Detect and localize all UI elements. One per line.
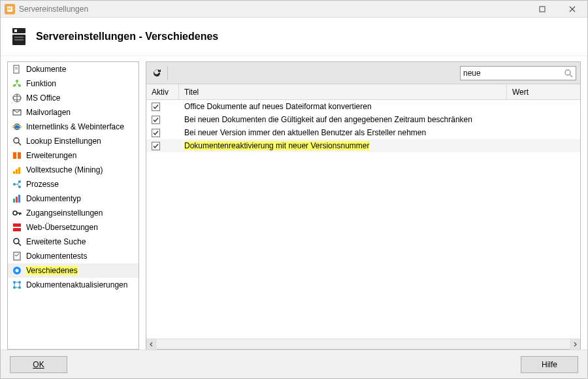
sidebar-item-label: Verschiedenes <box>26 266 78 275</box>
table-row[interactable]: Bei neuer Version immer den aktuellen Be… <box>146 126 580 139</box>
svg-rect-9 <box>14 37 24 38</box>
sidebar-item[interactable]: Verschiedenes <box>8 263 139 278</box>
cell-titel: Bei neuer Version immer den aktuellen Be… <box>179 128 507 137</box>
table-row[interactable]: Bei neuen Dokumenten die Gültigkeit auf … <box>146 113 580 126</box>
window: { "titlebar": { "title": "Servereinstell… <box>0 0 588 379</box>
svg-point-44 <box>16 269 19 272</box>
func-icon <box>12 78 22 89</box>
sidebar-item[interactable]: Web-Übersetzungen <box>8 220 139 235</box>
col-header-titel[interactable]: Titel <box>179 84 507 99</box>
office-icon <box>12 93 22 103</box>
sidebar-item-label: Erweiterte Suche <box>26 237 86 246</box>
checkbox[interactable] <box>152 142 160 150</box>
svg-rect-42 <box>14 252 20 260</box>
sidebar-item[interactable]: Lookup Einstellungen <box>8 134 139 148</box>
svg-point-45 <box>13 281 16 284</box>
content-pane: Aktiv Titel Wert Office Dokumente auf ne… <box>146 61 581 350</box>
svg-point-47 <box>13 286 16 289</box>
maximize-button[interactable] <box>527 1 557 18</box>
help-button[interactable]: Hilfe <box>521 356 578 373</box>
table-row[interactable]: Office Dokumente auf neues Dateiformat k… <box>146 100 580 113</box>
titlebar: Servereinstellungen <box>1 1 587 18</box>
horizontal-scrollbar[interactable] <box>146 338 580 349</box>
sidebar-item[interactable]: Mailvorlagen <box>8 105 139 120</box>
svg-rect-33 <box>13 199 15 203</box>
svg-point-36 <box>13 211 17 215</box>
svg-rect-26 <box>18 152 21 159</box>
col-header-wert[interactable]: Wert <box>507 84 580 99</box>
window-title: Servereinstellungen <box>19 5 88 14</box>
svg-rect-25 <box>13 152 16 159</box>
svg-point-40 <box>14 239 19 244</box>
mining-icon <box>12 165 22 175</box>
esearch-icon <box>12 237 22 247</box>
sidebar-item-label: Volltextsuche (Mining) <box>26 165 103 174</box>
search-box[interactable] <box>460 66 576 80</box>
svg-rect-8 <box>14 29 17 32</box>
cell-aktiv <box>146 129 179 137</box>
sidebar-item[interactable]: Dokumententests <box>8 249 139 263</box>
table-row[interactable]: Dokumentenreaktivierung mit neuer Versio… <box>146 139 580 152</box>
svg-line-41 <box>18 243 21 246</box>
sidebar-item-label: Prozesse <box>26 180 59 189</box>
sidebar-item[interactable]: Zugangseinstellungen <box>8 206 139 220</box>
svg-point-14 <box>16 80 18 82</box>
proc-icon <box>12 179 22 190</box>
search-input[interactable] <box>463 69 564 78</box>
sidebar-item-label: Lookup Einstellungen <box>26 137 101 146</box>
svg-line-24 <box>18 142 21 145</box>
ext-icon <box>12 150 22 161</box>
sidebar-item[interactable]: Internetlinks & Webinterface <box>8 120 139 134</box>
svg-point-48 <box>18 286 21 289</box>
body: DokumenteFunktionMS OfficeMailvorlagenIn… <box>1 56 587 350</box>
svg-rect-29 <box>18 167 20 174</box>
cell-titel: Office Dokumente auf neues Dateiformat k… <box>179 102 507 111</box>
sidebar-item[interactable]: Dokumente <box>8 62 139 76</box>
table-body: Office Dokumente auf neues Dateiformat k… <box>146 100 580 338</box>
help-label: Hilfe <box>542 360 557 369</box>
ok-label: OK <box>33 360 44 369</box>
checkbox[interactable] <box>152 129 160 137</box>
sidebar-item[interactable]: Erweiterte Suche <box>8 235 139 249</box>
page-title: Servereinstellungen - Verschiedenes <box>36 31 218 42</box>
svg-point-23 <box>14 138 19 143</box>
svg-rect-28 <box>16 169 18 174</box>
server-icon <box>11 27 28 46</box>
mail-icon <box>12 107 22 118</box>
sidebar-item-label: Web-Übersetzungen <box>26 223 98 232</box>
svg-point-49 <box>565 70 570 75</box>
ok-button[interactable]: OK <box>10 356 67 373</box>
svg-rect-12 <box>15 67 18 68</box>
reload-button[interactable] <box>150 67 163 80</box>
sidebar-item[interactable]: Funktion <box>8 76 139 91</box>
sidebar-item-label: MS Office <box>26 93 60 103</box>
sidebar-item-label: Internetlinks & Webinterface <box>26 122 124 131</box>
sidebar-item-label: Dokumententests <box>26 252 87 261</box>
close-button[interactable] <box>557 1 587 18</box>
svg-rect-3 <box>540 7 545 12</box>
update-icon <box>12 280 22 290</box>
cell-aktiv <box>146 116 179 124</box>
sidebar-item[interactable]: Volltextsuche (Mining) <box>8 163 139 177</box>
svg-rect-35 <box>18 195 20 203</box>
page-header: Servereinstellungen - Verschiedenes <box>1 18 587 56</box>
checkbox[interactable] <box>152 116 160 124</box>
scroll-right-button[interactable] <box>570 339 580 350</box>
misc-icon <box>12 265 22 276</box>
col-header-aktiv[interactable]: Aktiv <box>146 84 179 99</box>
svg-rect-13 <box>15 69 18 69</box>
svg-rect-39 <box>13 227 21 228</box>
sidebar-item[interactable]: Dokumentenaktualisierungen <box>8 278 139 292</box>
table-header: Aktiv Titel Wert <box>146 84 580 100</box>
sidebar-item[interactable]: Dokumententyp <box>8 191 139 206</box>
checkbox[interactable] <box>152 103 160 111</box>
cell-aktiv <box>146 142 179 150</box>
sidebar-item[interactable]: Erweiterungen <box>8 148 139 163</box>
cell-aktiv <box>146 103 179 111</box>
scroll-left-button[interactable] <box>146 339 157 350</box>
svg-line-50 <box>570 74 572 77</box>
sidebar-item[interactable]: MS Office <box>8 91 139 105</box>
sidebar-item[interactable]: Prozesse <box>8 177 139 191</box>
cell-titel: Bei neuen Dokumenten die Gültigkeit auf … <box>179 115 507 124</box>
lookup-icon <box>12 136 22 146</box>
